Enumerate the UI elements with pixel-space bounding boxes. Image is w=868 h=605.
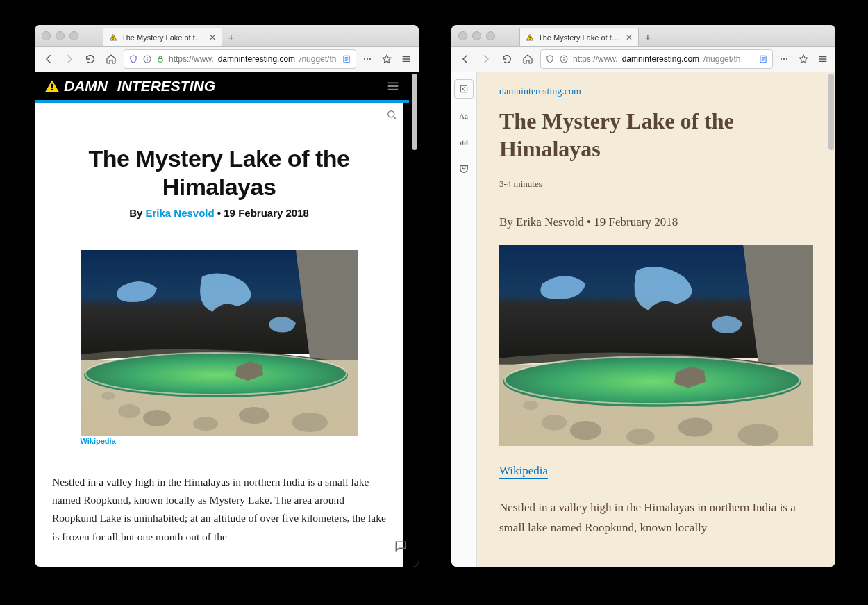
new-tab-button[interactable]: + [222,28,240,46]
page-actions-icon[interactable] [777,53,791,65]
narrate-button[interactable] [455,133,473,151]
traffic-lights [42,31,78,40]
scrollbar-thumb[interactable] [412,74,417,150]
byline-sep: • [215,207,224,219]
reload-button[interactable] [499,51,515,67]
toolbar: https://www.damninteresting.com/nugget/t… [35,47,419,72]
app-menu-icon[interactable] [816,53,830,65]
brand-word-1: DAMN [64,78,108,94]
shield-icon[interactable] [545,54,555,64]
minimize-dot[interactable] [56,31,65,40]
reader-sidebar [451,72,477,567]
tab-active[interactable]: The Mystery Lake of the Himala ✕ [103,28,222,46]
back-button[interactable] [457,51,474,67]
type-controls-button[interactable] [455,107,473,125]
forward-button[interactable] [478,51,494,67]
divider [499,174,813,174]
divider [499,201,813,201]
reader-byline: By Erika Nesvold • 19 February 2018 [499,215,813,229]
reader-title: The Mystery Lake of the Himalayas [499,107,813,163]
article-body: Nestled in a valley high in the Himalaya… [52,473,386,546]
by-prefix: By [499,215,516,229]
byline-sep: • [584,215,594,229]
article-title: The Mystery Lake of the Himalayas [52,144,386,201]
reader-domain-link[interactable]: damninteresting.com [499,86,581,97]
reload-button[interactable] [82,51,99,67]
comment-icon[interactable] [394,539,408,553]
titlebar: The Mystery Lake of the Himala ✕ + [35,25,419,47]
shield-icon[interactable] [128,54,138,64]
close-reader-button[interactable] [454,79,474,99]
content-area: damninteresting.com The Mystery Lake of … [451,72,835,567]
article-byline: By Erika Nesvold • 19 February 2018 [52,207,386,219]
browser-window-right: The Mystery Lake of the Himala ✕ + https… [451,25,835,567]
home-button[interactable] [103,51,119,67]
site-logo[interactable]: DAMN INTERESTING [43,77,215,95]
url-domain: damninteresting.com [218,54,295,64]
reader-hero-image [499,245,813,446]
search-icon[interactable] [385,108,398,121]
url-prefix: https://www. [573,54,618,64]
url-domain: damninteresting.com [622,54,699,64]
traffic-lights [458,31,495,40]
forward-button[interactable] [61,51,78,67]
tab-title: The Mystery Lake of the Himala [538,33,621,42]
by-prefix: By [129,207,145,219]
tabstrip: The Mystery Lake of the Himala ✕ + [103,25,240,46]
url-prefix: https://www. [169,54,214,64]
author-name: Erika Nesvold [516,215,584,229]
close-dot[interactable] [42,31,51,40]
close-dot[interactable] [458,31,467,40]
zoom-dot[interactable] [486,31,495,40]
lock-icon [156,55,165,63]
brand-word-2: INTERESTING [117,78,215,94]
bookmark-icon[interactable] [796,53,810,65]
minimize-dot[interactable] [472,31,481,40]
article-date: 19 February 2018 [224,207,309,219]
titlebar: The Mystery Lake of the Himala ✕ + [451,25,835,47]
browser-window-left: The Mystery Lake of the Himala ✕ + https… [35,25,419,567]
tab-active[interactable]: The Mystery Lake of the Himala ✕ [519,28,639,46]
site-header: DAMN INTERESTING [35,72,409,103]
tab-close-icon[interactable]: ✕ [626,33,633,42]
hamburger-menu-icon[interactable] [385,78,401,94]
home-button[interactable] [519,51,536,67]
content-area: DAMN INTERESTING The Mystery Lake of the… [35,72,419,567]
tabstrip: The Mystery Lake of the Himala ✕ + [519,25,657,46]
info-icon[interactable] [142,54,152,64]
app-menu-icon[interactable] [399,53,413,65]
url-bar[interactable]: https://www.damninteresting.com/nugget/t… [124,49,356,69]
tab-close-icon[interactable]: ✕ [209,33,216,42]
zoom-dot[interactable] [69,31,78,40]
toolbar: https://www.damninteresting.com/nugget/t… [451,47,835,72]
save-pocket-button[interactable] [455,160,473,178]
url-path: /nugget/th [299,54,336,64]
image-credit-link[interactable]: Wikipedia [81,437,116,445]
reading-time: 3-4 minutes [499,179,813,190]
image-credit-link[interactable]: Wikipedia [499,464,548,479]
reader-mode-icon[interactable] [342,54,351,64]
info-icon[interactable] [559,54,569,64]
warning-icon [109,33,117,42]
article-date: 19 February 2018 [594,215,678,229]
back-button[interactable] [40,51,57,67]
reader-mode-icon[interactable] [758,54,768,64]
warning-icon [526,33,534,42]
new-tab-button[interactable]: + [639,28,657,46]
bookmark-icon[interactable] [380,53,394,65]
warning-icon [43,77,61,95]
article-hero-image [81,250,358,436]
url-path: /nugget/th [703,54,740,64]
url-bar[interactable]: https://www.damninteresting.com/nugget/t… [540,49,773,69]
scrollbar-thumb[interactable] [828,74,834,150]
tab-title: The Mystery Lake of the Himala [122,33,205,42]
author-link[interactable]: Erika Nesvold [145,207,214,219]
page-actions-icon[interactable] [360,53,374,65]
reader-body: Nestled in a valley high in the Himalaya… [499,498,813,538]
